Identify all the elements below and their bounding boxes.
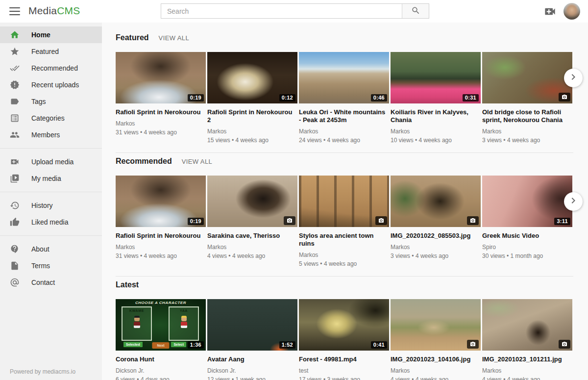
sidebar-item-terms[interactable]: Terms bbox=[0, 257, 102, 274]
media-meta: 24 views • 4 weeks ago bbox=[299, 137, 389, 144]
video-thumbnail[interactable] bbox=[391, 299, 481, 351]
video-thumbnail[interactable]: CHOOSE A CHARACTERKWAMEYAASelectedSelect… bbox=[116, 299, 206, 351]
media-author[interactable]: Markos bbox=[116, 120, 206, 127]
media-author[interactable]: Dickson Jr. bbox=[207, 367, 297, 374]
media-author[interactable]: Dickson Jr. bbox=[116, 367, 206, 374]
media-title[interactable]: Old bridge close to Rafioli sprint, Nero… bbox=[482, 108, 572, 124]
sidebar-item-label: Tags bbox=[31, 98, 46, 105]
sidebar-item-featured[interactable]: Featured bbox=[0, 43, 102, 60]
media-author[interactable]: Markos bbox=[482, 128, 572, 135]
sidebar-item-label: Contact bbox=[31, 279, 55, 286]
media-card: 0:19Rafioli Sprint in NerokourouMarkos31… bbox=[116, 176, 206, 267]
sidebar-item-history[interactable]: History bbox=[0, 197, 102, 214]
media-title[interactable]: Avatar Aang bbox=[207, 355, 297, 363]
duration-badge: 0:41 bbox=[371, 341, 387, 349]
video-thumbnail[interactable] bbox=[299, 176, 389, 227]
video-thumbnail[interactable]: 0:19 bbox=[116, 52, 206, 103]
media-title[interactable]: Sarakina cave, Therisso bbox=[207, 232, 297, 240]
sidebar-item-upload-media[interactable]: Upload media bbox=[0, 153, 102, 170]
video-thumbnail[interactable]: 0:41 bbox=[299, 299, 389, 351]
media-author[interactable]: Markos bbox=[391, 244, 481, 251]
sidebar-item-label: Recommended bbox=[31, 64, 78, 72]
video-thumbnail[interactable]: 1:52 bbox=[207, 299, 297, 351]
media-author[interactable]: Markos bbox=[482, 367, 572, 374]
character-box-right: YAA bbox=[169, 306, 199, 341]
duration-badge: 0:46 bbox=[371, 94, 387, 101]
thumb-up-icon bbox=[10, 217, 20, 227]
cards-row: 0:19Rafioli Sprint in NerokourouMarkos31… bbox=[116, 52, 573, 144]
video-thumbnail[interactable] bbox=[482, 299, 572, 351]
media-title[interactable]: Forest - 49981.mp4 bbox=[299, 355, 389, 363]
media-title[interactable]: Rafioli Sprint in Nerokourou bbox=[116, 232, 206, 240]
camera-icon bbox=[559, 340, 570, 349]
video-thumbnail[interactable]: 0:31 bbox=[391, 52, 481, 103]
user-avatar[interactable] bbox=[564, 3, 580, 20]
menu-icon[interactable] bbox=[9, 7, 20, 16]
camera-icon bbox=[467, 340, 479, 349]
media-author[interactable]: Markos bbox=[391, 128, 481, 135]
video-thumbnail[interactable]: 3:11 bbox=[482, 176, 572, 227]
sidebar-item-about[interactable]: About bbox=[0, 241, 102, 257]
media-author[interactable]: Markos bbox=[391, 367, 481, 374]
media-author[interactable]: Markos bbox=[116, 244, 206, 251]
media-title[interactable]: Rafioli Sprint in Nerokourou 2 bbox=[207, 108, 297, 124]
media-author[interactable]: Markos bbox=[207, 244, 297, 251]
media-author[interactable]: Spiro bbox=[482, 244, 572, 251]
search-button[interactable] bbox=[402, 4, 429, 18]
video-thumbnail[interactable]: 0:12 bbox=[207, 52, 297, 103]
media-author[interactable]: Markos bbox=[299, 252, 389, 258]
video-thumbnail[interactable]: 0:19 bbox=[116, 176, 206, 227]
search-icon bbox=[411, 6, 420, 17]
media-title[interactable]: Rafioli Sprint in Nerokourou bbox=[116, 108, 206, 116]
media-author[interactable]: Markos bbox=[299, 128, 389, 135]
sidebar-item-categories[interactable]: Categories bbox=[0, 110, 102, 127]
sidebar-item-label: Home bbox=[31, 31, 50, 39]
media-author[interactable]: Markos bbox=[207, 128, 297, 135]
star-icon bbox=[10, 47, 20, 56]
sidebar-item-members[interactable]: Members bbox=[0, 127, 102, 143]
select-button: Select bbox=[171, 342, 186, 347]
sidebar-item-contact[interactable]: Contact bbox=[0, 274, 102, 291]
section-title: Recommended bbox=[116, 157, 172, 165]
view-all-link[interactable]: VIEW ALL bbox=[159, 34, 189, 42]
sidebar-item-home[interactable]: Home bbox=[0, 26, 102, 43]
next-arrow-button[interactable] bbox=[564, 192, 583, 211]
next-button-label: Next bbox=[152, 342, 169, 349]
media-title[interactable]: Leuka Ori - White mountains - Peak at 24… bbox=[299, 108, 389, 124]
section-latest: LatestCHOOSE A CHARACTERKWAMEYAASelected… bbox=[116, 277, 573, 380]
video-thumbnail[interactable] bbox=[391, 176, 481, 227]
next-arrow-button[interactable] bbox=[564, 69, 583, 87]
media-card: CHOOSE A CHARACTERKWAMEYAASelectedSelect… bbox=[116, 299, 206, 380]
sidebar-item-recommended[interactable]: Recommended bbox=[0, 60, 102, 76]
sidebar-item-label: Liked media bbox=[31, 218, 69, 226]
section-title: Latest bbox=[116, 280, 139, 289]
home-icon bbox=[10, 30, 20, 40]
character-sprite bbox=[181, 322, 187, 328]
media-title[interactable]: Stylos area ancient town ruins bbox=[299, 232, 389, 248]
logo-text-cms: CMS bbox=[57, 5, 80, 16]
app-logo[interactable]: MediaCMS bbox=[28, 5, 80, 17]
character-name: YAA bbox=[170, 309, 198, 312]
media-title[interactable]: IMG_20201022_085503.jpg bbox=[391, 232, 481, 240]
sidebar-item-my-media[interactable]: My media bbox=[0, 170, 102, 187]
upload-media-icon[interactable] bbox=[543, 5, 557, 18]
sidebar-item-recent-uploads[interactable]: Recent uploads bbox=[0, 76, 102, 93]
media-meta: 17 views • 3 weeks ago bbox=[299, 376, 389, 380]
video-thumbnail[interactable] bbox=[207, 176, 297, 227]
video-thumbnail[interactable]: 0:46 bbox=[299, 52, 389, 103]
sidebar-item-label: My media bbox=[31, 175, 61, 182]
media-title[interactable]: IMG_20201023_104106.jpg bbox=[391, 355, 481, 363]
help-icon bbox=[10, 244, 20, 254]
media-title[interactable]: Greek Music Video bbox=[482, 232, 572, 240]
search-input[interactable] bbox=[161, 4, 402, 18]
powered-by-text[interactable]: Powered by mediacms.io bbox=[10, 368, 75, 375]
list-alt-icon bbox=[10, 113, 20, 123]
video-thumbnail[interactable] bbox=[482, 52, 572, 103]
view-all-link[interactable]: VIEW ALL bbox=[182, 158, 212, 165]
sidebar-item-liked-media[interactable]: Liked media bbox=[0, 214, 102, 230]
sidebar-item-tags[interactable]: Tags bbox=[0, 93, 102, 110]
media-author[interactable]: test bbox=[299, 367, 389, 374]
media-title[interactable]: Corona Hunt bbox=[116, 355, 206, 363]
media-title[interactable]: Koiliaris River in Kalyves, Chania bbox=[391, 108, 481, 124]
media-title[interactable]: IMG_20201023_101211.jpg bbox=[482, 355, 572, 363]
